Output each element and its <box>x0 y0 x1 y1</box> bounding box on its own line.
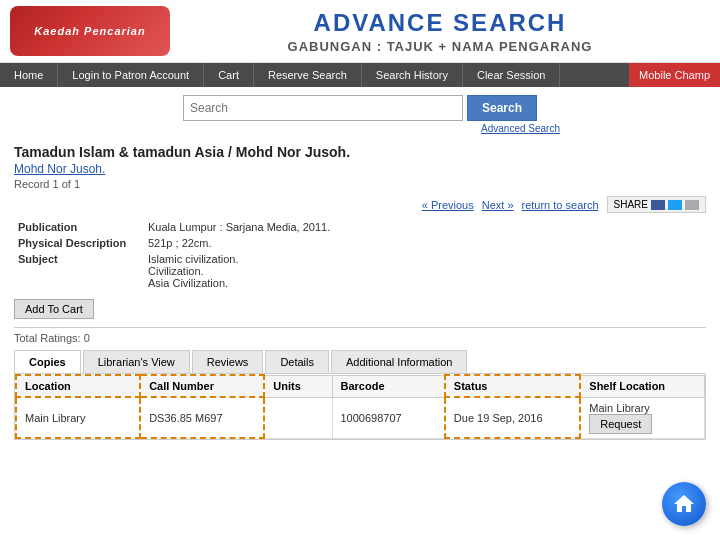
facebook-icon[interactable] <box>651 200 665 210</box>
tab-copies[interactable]: Copies <box>14 350 81 373</box>
col-header-status: Status <box>445 375 580 397</box>
copies-data-row: Main Library DS36.85 M697 1000698707 Due… <box>16 397 705 438</box>
nav-bar: Home Login to Patron Account Cart Reserv… <box>0 63 720 87</box>
next-link[interactable]: Next » <box>482 199 514 211</box>
prev-link[interactable]: « Previous <box>422 199 474 211</box>
col-header-location: Location <box>16 375 140 397</box>
nav-clear-session[interactable]: Clear Session <box>463 63 560 87</box>
copies-table-wrap: Location Call Number Units Barcode Statu… <box>14 374 706 440</box>
tabs-row: Copies Librarian's View Reviews Details … <box>14 350 706 374</box>
tab-librarian-view[interactable]: Librarian's View <box>83 350 190 373</box>
return-link[interactable]: return to search <box>522 199 599 211</box>
request-button[interactable]: Request <box>589 414 652 434</box>
share-box: SHARE <box>607 196 706 213</box>
home-button[interactable] <box>662 482 706 526</box>
detail-value-publication: Kuala Lumpur : Sarjana Media, 2011. <box>144 219 706 235</box>
cell-shelf: Main Library Request <box>580 397 704 438</box>
result-title: Tamadun Islam & tamadun Asia / Mohd Nor … <box>14 144 706 160</box>
add-to-cart-button[interactable]: Add To Cart <box>14 299 94 319</box>
title-area: ADVANCE SEARCH GABUNGAN : TAJUK + NAMA P… <box>170 9 710 54</box>
detail-row-physical: Physical Description 521p ; 22cm. <box>14 235 706 251</box>
detail-label-subject: Subject <box>14 251 144 291</box>
page-title: ADVANCE SEARCH <box>170 9 710 37</box>
search-row: Search <box>183 95 537 121</box>
search-button[interactable]: Search <box>467 95 537 121</box>
page-header: Kaedah Pencarian ADVANCE SEARCH GABUNGAN… <box>0 0 720 63</box>
page-subtitle: GABUNGAN : TAJUK + NAMA PENGARANG <box>170 39 710 54</box>
copies-header-row: Location Call Number Units Barcode Statu… <box>16 375 705 397</box>
col-header-callnum: Call Number <box>140 375 264 397</box>
detail-label-publication: Publication <box>14 219 144 235</box>
cell-callnum: DS36.85 M697 <box>140 397 264 438</box>
result-author[interactable]: Mohd Nor Jusoh. <box>14 162 706 176</box>
home-icon-wrap[interactable] <box>662 482 706 526</box>
detail-label-physical: Physical Description <box>14 235 144 251</box>
search-input[interactable] <box>183 95 463 121</box>
cell-status: Due 19 Sep, 2016 <box>445 397 580 438</box>
tab-reviews[interactable]: Reviews <box>192 350 264 373</box>
nav-history[interactable]: Search History <box>362 63 463 87</box>
advanced-search-link[interactable]: Advanced Search <box>481 123 560 134</box>
tab-details[interactable]: Details <box>265 350 329 373</box>
nav-share-row: « Previous Next » return to search SHARE <box>14 196 706 213</box>
share-label: SHARE <box>614 199 648 210</box>
nav-mobile[interactable]: Mobile Champ <box>629 63 720 87</box>
email-icon[interactable] <box>685 200 699 210</box>
record-count: Record 1 of 1 <box>14 178 706 190</box>
cell-barcode: 1000698707 <box>332 397 445 438</box>
detail-value-physical: 521p ; 22cm. <box>144 235 706 251</box>
detail-row-publication: Publication Kuala Lumpur : Sarjana Media… <box>14 219 706 235</box>
nav-home[interactable]: Home <box>0 63 58 87</box>
tab-additional[interactable]: Additional Information <box>331 350 467 373</box>
nav-reserve[interactable]: Reserve Search <box>254 63 362 87</box>
results-area: Tamadun Islam & tamadun Asia / Mohd Nor … <box>0 136 720 444</box>
cell-location: Main Library <box>16 397 140 438</box>
detail-table: Publication Kuala Lumpur : Sarjana Media… <box>14 219 706 291</box>
logo-text: Kaedah Pencarian <box>34 25 145 37</box>
logo: Kaedah Pencarian <box>10 6 170 56</box>
cell-units <box>264 397 332 438</box>
shelf-location-value: Main Library <box>589 402 650 414</box>
twitter-icon[interactable] <box>668 200 682 210</box>
col-header-units: Units <box>264 375 332 397</box>
detail-row-subject: Subject Islamic civilization.Civilizatio… <box>14 251 706 291</box>
detail-value-subject: Islamic civilization.Civilization.Asia C… <box>144 251 706 291</box>
home-icon <box>672 492 696 516</box>
copies-table: Location Call Number Units Barcode Statu… <box>15 374 705 439</box>
col-header-barcode: Barcode <box>332 375 445 397</box>
nav-login[interactable]: Login to Patron Account <box>58 63 204 87</box>
col-header-shelf: Shelf Location <box>580 375 704 397</box>
total-ratings: Total Ratings: 0 <box>14 332 706 344</box>
search-area: Search Advanced Search <box>0 87 720 136</box>
divider <box>14 327 706 328</box>
nav-cart[interactable]: Cart <box>204 63 254 87</box>
